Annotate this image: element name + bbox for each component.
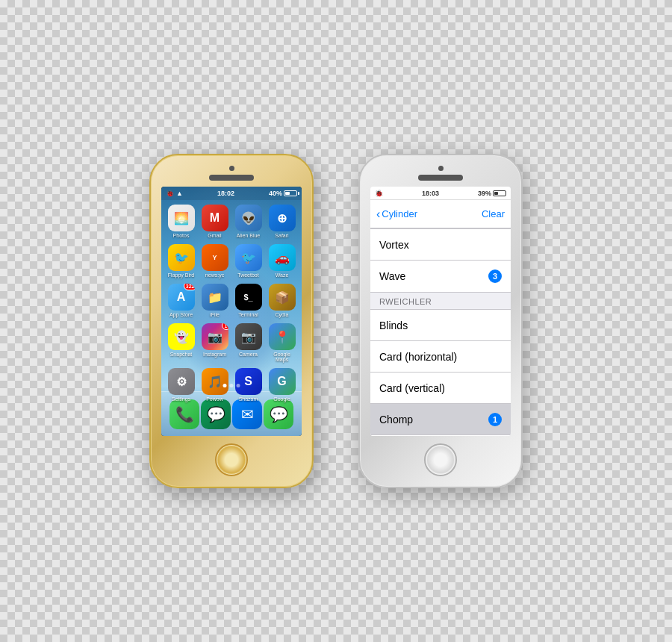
app-powow-label: Powow: [206, 396, 223, 402]
app-tweetbot[interactable]: 🐦 Tweetbot: [234, 244, 262, 278]
nav-clear-button[interactable]: Clear: [482, 208, 505, 219]
row-card-vertical[interactable]: Card (vertical): [370, 373, 511, 404]
screen-gold: 🐞 ▲ 18:02 40% 🌅: [161, 187, 302, 436]
status-left-gold: 🐞 ▲: [166, 190, 183, 197]
time-silver: 18:03: [422, 190, 439, 197]
app-fbird[interactable]: 🐦 Flappy Bird: [167, 244, 195, 278]
ios-settings-screen: 🐞 18:03 39% ‹ Cylinder: [370, 187, 511, 436]
app-camera2[interactable]: 📷 Camera: [234, 323, 262, 362]
app-ifile-label: iFile: [210, 312, 220, 317]
battery-pct-silver: 39%: [478, 190, 491, 197]
dot-2: [230, 384, 234, 387]
app-shazam-icon[interactable]: S: [235, 368, 262, 395]
home-button-gold[interactable]: [215, 443, 248, 476]
battery-fill-gold: [285, 192, 290, 195]
app-shazam-label: Shazam: [239, 396, 258, 402]
app-instagram-label: Instagram: [203, 352, 226, 357]
section-no-header: Vortex Wave 3: [370, 228, 511, 293]
app-terminal[interactable]: $_ Terminal: [234, 284, 262, 317]
row-chomp-label: Chomp: [379, 414, 413, 426]
settings-status-bar: 🐞 18:03 39%: [370, 187, 511, 200]
app-terminal-label: Terminal: [238, 312, 258, 317]
app-instagram-icon[interactable]: 📷 1: [202, 323, 228, 350]
app-safari[interactable]: ⊕ Safari: [268, 205, 296, 238]
row-blinds[interactable]: Blinds: [370, 310, 511, 341]
app-googlemap-icon[interactable]: 📍: [269, 323, 296, 350]
row-card-horizontal[interactable]: Card (horizontal): [370, 341, 511, 373]
app-terminal-icon[interactable]: $_: [235, 284, 262, 311]
page-dots: [223, 384, 240, 387]
dock-phone-icon: 📞: [175, 405, 194, 423]
app-googlemap-label: Google Maps: [268, 352, 296, 362]
app-safari-label: Safari: [275, 233, 288, 238]
app-waze-label: Waze: [276, 272, 289, 278]
app-ifile[interactable]: 📁 iFile: [201, 284, 228, 317]
nav-back-label: Cylinder: [382, 208, 417, 219]
app-photos[interactable]: 🌅 Photos: [167, 205, 195, 238]
camera-dot-silver: [438, 166, 444, 171]
app-settings-icon[interactable]: ⚙: [168, 368, 195, 395]
row-vortex-label: Vortex: [379, 239, 409, 251]
screen-silver: 🐞 18:03 39% ‹ Cylinder: [370, 187, 511, 436]
app-fbird-icon[interactable]: 🐦: [168, 244, 195, 271]
app-gmail-label: Gmail: [208, 233, 221, 238]
camera-dot-gold: [229, 166, 234, 171]
section-rows-1: Vortex Wave 3: [370, 228, 511, 293]
app-settings[interactable]: ⚙ Settings: [167, 368, 195, 402]
app-powow-icon[interactable]: 🎵: [202, 368, 228, 395]
home-button-silver[interactable]: [424, 443, 457, 476]
app-appstore-badge: 322: [184, 284, 195, 290]
phone-top-gold: [158, 166, 305, 181]
app-safari-icon[interactable]: ⊕: [269, 205, 296, 231]
app-camera2-icon[interactable]: 📷: [235, 323, 262, 350]
app-tweetbot-icon[interactable]: 🐦: [235, 244, 262, 271]
nav-back-button[interactable]: ‹ Cylinder: [376, 208, 417, 220]
app-googlemap[interactable]: 📍 Google Maps: [268, 323, 296, 362]
section-rweichler: RWEICHLER Blinds Card (horizontal) Card …: [370, 293, 511, 436]
app-snapchat[interactable]: 👻 Snapchat: [167, 323, 195, 362]
row-vortex[interactable]: Vortex: [370, 229, 511, 261]
app-fbird-label: Flappy Bird: [168, 272, 194, 278]
app-gmail[interactable]: M Gmail: [201, 205, 228, 238]
app-alien-icon[interactable]: 👽: [235, 205, 262, 231]
wifi-icon-gold: ▲: [176, 190, 183, 197]
app-waze-icon[interactable]: 🚗: [269, 244, 296, 271]
app-alien[interactable]: 👽 Alien Blue: [234, 205, 262, 238]
row-card-vertical-label: Card (vertical): [379, 382, 445, 394]
home-button-inner-silver: [426, 445, 455, 475]
row-wave[interactable]: Wave 3: [370, 261, 511, 292]
row-cube-inside[interactable]: Cube (inside): [370, 435, 511, 436]
app-photos-icon[interactable]: 🌅: [168, 205, 195, 231]
status-icon-silver: 🐞: [375, 190, 383, 197]
app-gmail-icon[interactable]: M: [202, 205, 228, 231]
app-appstore-icon[interactable]: A 322: [168, 284, 195, 311]
home-button-inner-gold: [217, 445, 246, 475]
row-chomp[interactable]: Chomp 1: [370, 404, 511, 435]
settings-table: Vortex Wave 3 RWEICHLER: [370, 228, 511, 436]
app-grid: 🌅 Photos M Gmail 👽 Alien Blue ⊕ Safari: [161, 200, 302, 406]
app-snapchat-icon[interactable]: 👻: [168, 323, 195, 350]
row-wave-label: Wave: [379, 270, 405, 282]
dock-hangouts-icon: 💬: [207, 405, 225, 423]
app-instagram[interactable]: 📷 1 Instagram: [201, 323, 228, 362]
section-rows-2: Blinds Card (horizontal) Card (vertical)…: [370, 309, 511, 436]
app-cydia-icon[interactable]: 📦: [269, 284, 296, 311]
app-google2[interactable]: G Google: [268, 368, 296, 402]
app-waze[interactable]: 🚗 Waze: [268, 244, 296, 278]
app-settings-label: Settings: [172, 396, 190, 402]
app-photos-label: Photos: [173, 233, 190, 238]
dot-1: [223, 384, 227, 387]
app-ifile-icon[interactable]: 📁: [202, 284, 228, 311]
app-cydia-label: Cydia: [276, 312, 289, 317]
app-cydia[interactable]: 📦 Cydia: [268, 284, 296, 317]
iphone-gold: 🐞 ▲ 18:02 40% 🌅: [149, 154, 314, 488]
app-google2-icon[interactable]: G: [269, 368, 296, 395]
app-news-icon[interactable]: Y: [202, 244, 228, 271]
app-news[interactable]: Y news:yc: [201, 244, 228, 278]
iphone-silver: 🐞 18:03 39% ‹ Cylinder: [358, 154, 523, 488]
app-camera2-label: Camera: [239, 352, 258, 357]
row-blinds-label: Blinds: [379, 320, 408, 331]
row-wave-badge: 3: [488, 269, 502, 283]
app-alien-label: Alien Blue: [237, 233, 261, 238]
app-appstore[interactable]: A 322 App Store: [167, 284, 195, 317]
